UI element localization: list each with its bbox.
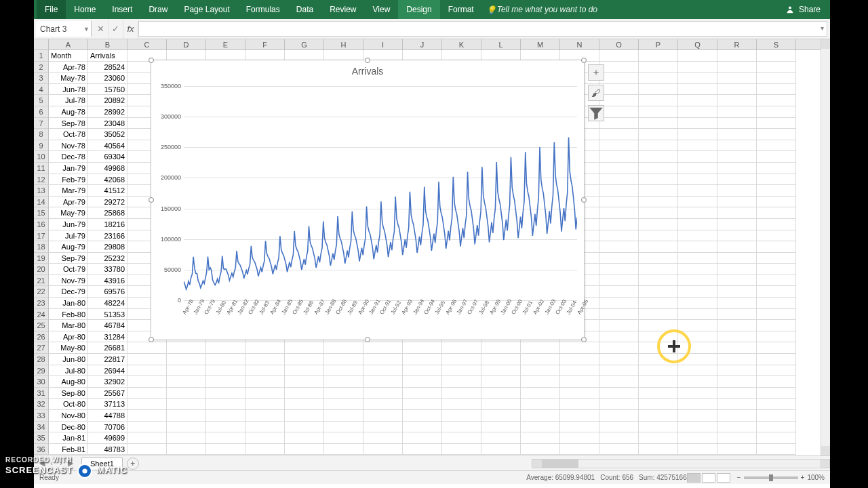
cell[interactable] (639, 219, 678, 230)
cell[interactable] (599, 163, 639, 174)
cell[interactable]: 48783 (88, 444, 127, 455)
cell[interactable] (639, 95, 678, 106)
cell[interactable] (639, 185, 678, 197)
cell[interactable] (599, 298, 639, 309)
cell[interactable] (717, 444, 757, 455)
cell[interactable] (678, 73, 717, 84)
cell[interactable] (717, 62, 757, 73)
cell[interactable] (481, 422, 521, 433)
cell[interactable]: Apr-79 (49, 197, 88, 208)
cell[interactable] (167, 432, 206, 444)
cell[interactable]: 70706 (88, 422, 127, 433)
row-header[interactable]: 14 (34, 197, 49, 208)
cell[interactable] (324, 342, 363, 354)
cell[interactable]: 69304 (88, 151, 127, 163)
vertical-scrollbar[interactable] (821, 39, 830, 455)
cell[interactable] (717, 241, 757, 253)
cell[interactable] (521, 388, 560, 399)
column-header[interactable]: Q (678, 39, 717, 49)
scroll-thumb[interactable] (542, 460, 578, 468)
cell[interactable] (245, 376, 285, 388)
cell[interactable] (717, 354, 757, 365)
cell[interactable] (403, 432, 442, 444)
row-header[interactable]: 23 (34, 298, 49, 309)
column-header[interactable]: G (285, 39, 324, 49)
cell[interactable] (757, 444, 796, 455)
cell[interactable] (678, 444, 717, 455)
cell[interactable] (442, 432, 481, 444)
cell[interactable] (678, 320, 717, 331)
cell[interactable]: 49699 (88, 432, 127, 444)
cell[interactable] (757, 253, 796, 264)
cell[interactable] (717, 174, 757, 186)
cell[interactable] (363, 365, 403, 377)
row-header[interactable]: 12 (34, 174, 49, 186)
cell[interactable]: 26944 (88, 365, 127, 377)
cell[interactable] (599, 230, 639, 242)
scroll-right-icon[interactable] (820, 460, 829, 468)
cell[interactable] (639, 444, 678, 455)
cell[interactable]: Mar-80 (49, 320, 88, 331)
cell[interactable] (717, 219, 757, 230)
cell[interactable] (285, 399, 324, 410)
normal-view-button[interactable] (687, 473, 701, 483)
cell[interactable]: 23060 (88, 73, 127, 84)
cell[interactable] (717, 275, 757, 287)
horizontal-scrollbar[interactable] (532, 459, 830, 468)
cell[interactable] (757, 275, 796, 287)
cell[interactable] (167, 365, 206, 377)
cell[interactable] (403, 342, 442, 354)
cell[interactable] (324, 422, 363, 433)
cell[interactable] (167, 422, 206, 433)
column-header[interactable]: K (442, 39, 481, 49)
cell[interactable] (481, 342, 521, 354)
cell[interactable] (717, 309, 757, 321)
zoom-level[interactable]: 100% (807, 474, 825, 481)
chart-elements-button[interactable]: ＋ (588, 64, 604, 81)
scroll-left-icon[interactable] (532, 460, 542, 468)
cell[interactable] (678, 298, 717, 309)
cell[interactable] (639, 163, 678, 174)
cell[interactable]: 43916 (88, 275, 127, 287)
cell[interactable] (639, 388, 678, 399)
cell[interactable] (324, 399, 363, 410)
cell[interactable] (560, 365, 599, 377)
cell[interactable] (639, 118, 678, 129)
cell[interactable] (599, 275, 639, 287)
cell[interactable] (481, 410, 521, 422)
row-header[interactable]: 29 (34, 365, 49, 377)
chart-filters-button[interactable] (588, 105, 604, 121)
cell[interactable] (127, 365, 167, 377)
cell[interactable] (403, 410, 442, 422)
cell[interactable] (639, 376, 678, 388)
cell[interactable] (560, 342, 599, 354)
zoom-in-button[interactable]: + (801, 474, 805, 481)
cell[interactable] (167, 388, 206, 399)
cell[interactable] (206, 365, 245, 377)
cell[interactable]: Jul-79 (49, 230, 88, 242)
cell[interactable] (521, 432, 560, 444)
cell[interactable]: 22817 (88, 354, 127, 365)
cell[interactable] (442, 354, 481, 365)
cell[interactable] (678, 286, 717, 298)
cancel-formula-icon[interactable]: ✕ (94, 19, 108, 39)
cell[interactable]: Aug-80 (49, 376, 88, 388)
cell[interactable] (403, 388, 442, 399)
row-header[interactable]: 26 (34, 331, 49, 343)
cell[interactable] (717, 286, 757, 298)
cell[interactable] (521, 399, 560, 410)
cell[interactable] (285, 388, 324, 399)
cell[interactable] (678, 264, 717, 275)
row-header[interactable]: 3 (34, 73, 49, 84)
cell[interactable] (206, 342, 245, 354)
cell[interactable] (245, 444, 285, 455)
cell[interactable] (757, 174, 796, 186)
cell[interactable] (363, 388, 403, 399)
cell[interactable] (245, 388, 285, 399)
cell[interactable] (678, 399, 717, 410)
cell[interactable] (678, 140, 717, 152)
cell[interactable]: Jan-79 (49, 163, 88, 174)
cell[interactable] (757, 197, 796, 208)
cell[interactable] (757, 286, 796, 298)
cell[interactable] (206, 388, 245, 399)
